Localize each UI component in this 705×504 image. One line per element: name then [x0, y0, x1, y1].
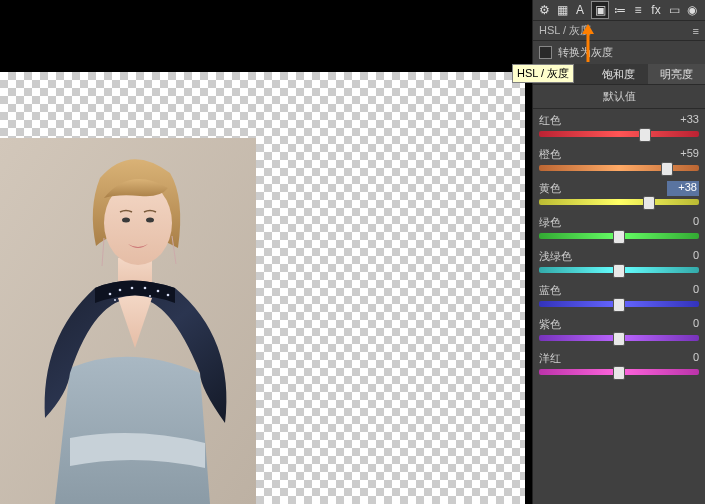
svg-point-10 — [131, 287, 134, 290]
svg-point-14 — [114, 299, 116, 301]
fx-icon[interactable]: fx — [649, 3, 663, 17]
slider-value[interactable]: +38 — [667, 181, 699, 196]
svg-point-15 — [149, 295, 151, 297]
slider-label: 蓝色 — [539, 283, 561, 298]
slider-label: 黄色 — [539, 181, 561, 196]
tab-saturation[interactable]: 饱和度 — [590, 64, 647, 84]
slider-row: 紫色0 — [539, 317, 699, 341]
svg-point-12 — [157, 290, 160, 293]
camera-icon[interactable]: ◉ — [685, 3, 699, 17]
slider-row: 浅绿色0 — [539, 249, 699, 273]
slider-thumb[interactable] — [613, 332, 625, 346]
slider-track[interactable] — [539, 267, 699, 273]
slider-value[interactable]: 0 — [671, 317, 699, 332]
workspace — [0, 0, 533, 504]
slider-value[interactable]: 0 — [671, 351, 699, 366]
slider-track[interactable] — [539, 233, 699, 239]
gear-icon[interactable]: ⚙ — [537, 3, 551, 17]
convert-grayscale-label: 转换为灰度 — [558, 45, 613, 60]
slider-value[interactable]: +59 — [671, 147, 699, 162]
panel-title-row: HSL / 灰度 ≡ — [533, 21, 705, 41]
slider-label: 绿色 — [539, 215, 561, 230]
slider-thumb[interactable] — [661, 162, 673, 176]
slider-row: 洋红0 — [539, 351, 699, 375]
hsl-tooltip: HSL / 灰度 — [512, 64, 574, 83]
slider-row: 橙色+59 — [539, 147, 699, 171]
slider-row: 黄色+38 — [539, 181, 699, 205]
slider-value[interactable]: 0 — [671, 215, 699, 230]
slider-thumb[interactable] — [639, 128, 651, 142]
panel-menu-icon[interactable]: ≡ — [693, 25, 699, 37]
slider-thumb[interactable] — [613, 366, 625, 380]
bars-icon[interactable]: ≡ — [631, 3, 645, 17]
slider-row: 红色+33 — [539, 113, 699, 137]
slider-thumb[interactable] — [613, 298, 625, 312]
svg-point-13 — [167, 294, 170, 297]
slider-value[interactable]: 0 — [671, 249, 699, 264]
hsl-icon[interactable]: ▣ — [591, 1, 609, 19]
slider-track[interactable] — [539, 131, 699, 137]
slider-track[interactable] — [539, 369, 699, 375]
slider-thumb[interactable] — [613, 264, 625, 278]
grid-icon[interactable]: ▦ — [555, 3, 569, 17]
photo-layer — [0, 138, 256, 504]
slider-value[interactable]: +33 — [671, 113, 699, 128]
text-icon[interactable]: A — [573, 3, 587, 17]
slider-track[interactable] — [539, 335, 699, 341]
slider-thumb[interactable] — [643, 196, 655, 210]
slider-label: 橙色 — [539, 147, 561, 162]
panel-toolbar: ⚙ ▦ A ▣ ≔ ≡ fx ▭ ◉ — [533, 0, 705, 21]
svg-point-9 — [119, 289, 122, 292]
canvas[interactable] — [0, 72, 525, 504]
convert-grayscale-checkbox[interactable] — [539, 46, 552, 59]
slider-value[interactable]: 0 — [671, 283, 699, 298]
slider-row: 绿色0 — [539, 215, 699, 239]
convert-grayscale-row[interactable]: 转换为灰度 — [533, 41, 705, 64]
panel-title: HSL / 灰度 — [539, 23, 591, 38]
slider-label: 浅绿色 — [539, 249, 572, 264]
svg-point-6 — [122, 218, 130, 223]
folder-icon[interactable]: ▭ — [667, 3, 681, 17]
slider-track[interactable] — [539, 199, 699, 205]
slider-label: 红色 — [539, 113, 561, 128]
slider-thumb[interactable] — [613, 230, 625, 244]
svg-point-8 — [109, 293, 112, 296]
slider-label: 洋红 — [539, 351, 561, 366]
tab-luminance[interactable]: 明亮度 — [648, 64, 705, 84]
sliders-container: 红色+33橙色+59黄色+38绿色0浅绿色0蓝色0紫色0洋红0 — [533, 109, 705, 375]
slider-label: 紫色 — [539, 317, 561, 332]
defaults-label[interactable]: 默认值 — [533, 85, 705, 109]
svg-point-11 — [144, 287, 147, 290]
slider-row: 蓝色0 — [539, 283, 699, 307]
slider-track[interactable] — [539, 301, 699, 307]
slider-track[interactable] — [539, 165, 699, 171]
list-icon[interactable]: ≔ — [613, 3, 627, 17]
svg-point-7 — [146, 218, 154, 223]
